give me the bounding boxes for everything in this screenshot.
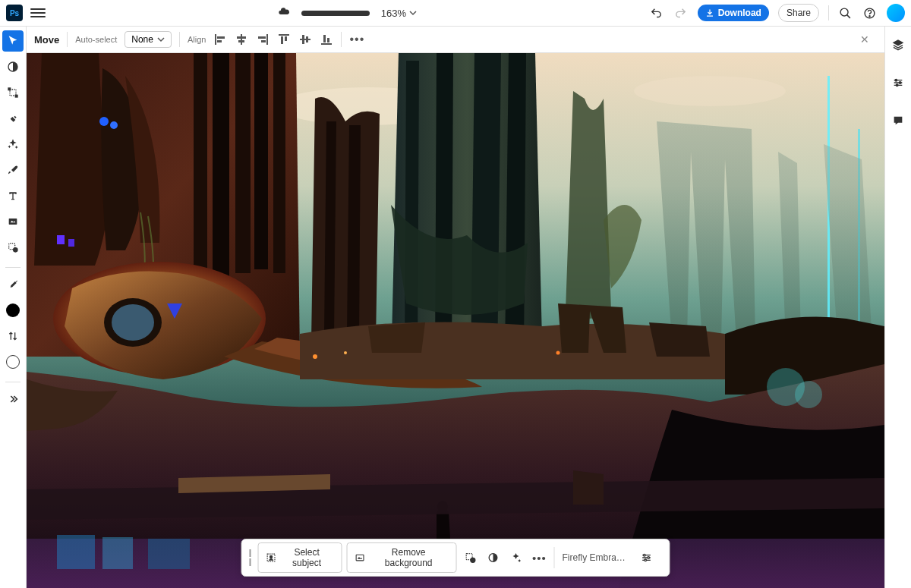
svg-point-29 [899, 82, 901, 84]
align-label: Align [188, 35, 206, 44]
svg-rect-19 [323, 35, 326, 42]
document-name[interactable] [301, 11, 370, 16]
svg-rect-14 [285, 36, 287, 41]
svg-point-44 [99, 117, 109, 126]
svg-point-45 [110, 121, 118, 129]
share-button[interactable]: Share [778, 4, 819, 22]
generative-fill-icon[interactable] [506, 547, 526, 568]
svg-rect-50 [57, 535, 95, 569]
comments-panel-icon[interactable] [887, 110, 909, 131]
svg-point-64 [644, 554, 646, 556]
svg-rect-9 [266, 34, 268, 45]
svg-point-28 [895, 79, 897, 81]
options-bar: Move Auto-select None Align ••• ✕ [27, 27, 884, 53]
svg-rect-13 [281, 36, 283, 44]
close-tab-icon[interactable]: ✕ [860, 33, 869, 46]
svg-point-27 [14, 248, 17, 252]
svg-point-57 [556, 351, 560, 355]
svg-rect-6 [241, 34, 242, 45]
svg-point-56 [344, 351, 347, 354]
divider [828, 5, 829, 20]
user-avatar[interactable] [887, 4, 905, 22]
svg-point-54 [795, 381, 822, 408]
svg-point-65 [648, 557, 650, 559]
brush-tool[interactable] [2, 159, 24, 181]
align-left-icon[interactable] [213, 33, 227, 46]
background-color[interactable] [2, 351, 24, 373]
shape-tool[interactable] [2, 211, 24, 232]
svg-rect-12 [279, 34, 289, 36]
svg-rect-46 [57, 235, 65, 244]
svg-point-59 [270, 555, 272, 558]
align-center-v-icon[interactable] [298, 33, 312, 46]
svg-point-30 [896, 84, 898, 86]
undo-icon[interactable] [649, 5, 664, 20]
svg-rect-8 [238, 40, 244, 42]
svg-point-2 [869, 15, 870, 16]
select-subject-button[interactable]: Select subject [257, 542, 342, 573]
foreground-color[interactable] [2, 300, 24, 321]
svg-rect-60 [356, 555, 364, 561]
svg-rect-39 [254, 53, 268, 269]
prompt-input[interactable]: Firefly Embrace ... [563, 552, 627, 563]
svg-rect-38 [235, 53, 251, 273]
generative-tool[interactable] [2, 134, 24, 155]
svg-rect-51 [102, 537, 133, 569]
text-tool[interactable] [2, 185, 24, 206]
align-top-icon[interactable] [277, 33, 291, 46]
adjust-tool[interactable] [2, 56, 24, 77]
svg-rect-36 [194, 53, 207, 273]
adjust-icon[interactable] [483, 547, 503, 568]
prompt-settings-icon[interactable] [636, 547, 657, 568]
remove-background-button[interactable]: Remove background [346, 542, 456, 573]
app-header: Ps 163% Download Share [0, 0, 911, 27]
svg-rect-17 [306, 36, 308, 42]
svg-rect-24 [15, 95, 17, 97]
svg-point-0 [841, 8, 849, 16]
properties-panel-icon[interactable] [887, 72, 909, 93]
svg-rect-7 [237, 36, 246, 39]
more-icon[interactable]: ••• [529, 547, 549, 568]
transform-tool[interactable] [2, 82, 24, 103]
layers-panel-icon[interactable] [887, 34, 909, 55]
left-toolbar [0, 27, 27, 588]
more-options-icon[interactable]: ••• [349, 33, 364, 46]
zoom-level[interactable]: 163% [381, 8, 417, 19]
redo-icon[interactable] [673, 5, 689, 20]
align-center-h-icon[interactable] [235, 33, 248, 46]
svg-rect-4 [217, 36, 225, 39]
artwork [27, 53, 884, 588]
move-tool[interactable] [2, 30, 24, 52]
svg-point-55 [313, 354, 317, 359]
svg-rect-10 [258, 36, 266, 39]
swap-colors-icon[interactable] [2, 325, 24, 347]
svg-rect-3 [215, 34, 216, 45]
svg-rect-16 [302, 35, 304, 44]
svg-point-33 [634, 76, 786, 106]
svg-rect-52 [148, 539, 190, 569]
auto-select-dropdown[interactable]: None [125, 31, 172, 48]
svg-rect-47 [68, 239, 74, 247]
help-icon[interactable] [862, 5, 878, 20]
svg-point-66 [645, 559, 647, 561]
download-button[interactable]: Download [698, 5, 769, 21]
svg-rect-37 [213, 53, 229, 277]
heal-tool[interactable] [2, 108, 24, 129]
eyedropper-tool[interactable] [2, 274, 24, 295]
contextual-taskbar: Select subject Remove background ••• Fir… [241, 539, 670, 577]
hamburger-menu-icon[interactable] [30, 8, 46, 17]
quick-select-tool[interactable] [2, 237, 24, 258]
align-bottom-icon[interactable] [320, 33, 333, 46]
cloud-icon [278, 5, 290, 20]
svg-rect-5 [217, 40, 222, 42]
svg-rect-20 [327, 38, 329, 42]
taskbar-grip-icon[interactable] [245, 549, 256, 566]
align-right-icon[interactable] [256, 33, 270, 46]
quick-mask-icon[interactable] [460, 547, 480, 568]
more-tools-icon[interactable] [2, 388, 24, 410]
photoshop-logo[interactable]: Ps [6, 5, 23, 21]
canvas[interactable]: Select subject Remove background ••• Fir… [27, 53, 884, 588]
svg-point-43 [112, 304, 154, 341]
auto-select-label[interactable]: Auto-select [75, 35, 117, 44]
search-icon[interactable] [838, 5, 853, 20]
